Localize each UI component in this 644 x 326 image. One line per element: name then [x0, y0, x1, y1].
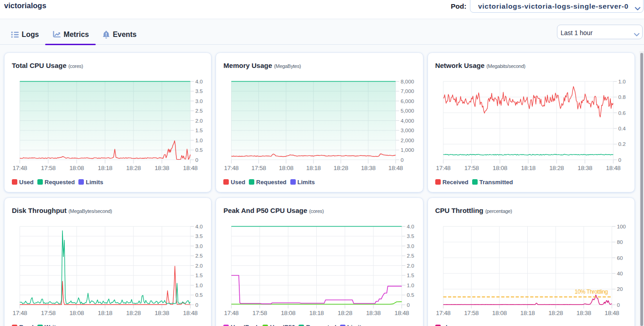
svg-text:17:58: 17:58 [464, 310, 479, 316]
svg-text:18:38: 18:38 [155, 164, 169, 171]
svg-text:18:28: 18:28 [549, 164, 564, 171]
svg-text:20: 20 [617, 286, 623, 292]
svg-text:0.6: 0.6 [618, 109, 626, 116]
svg-text:2.0: 2.0 [407, 263, 415, 269]
svg-text:1.0: 1.0 [407, 282, 415, 289]
svg-text:18:28: 18:28 [126, 310, 141, 316]
svg-text:0: 0 [196, 156, 199, 163]
svg-text:18:38: 18:38 [576, 310, 591, 316]
svg-text:18:18: 18:18 [520, 310, 535, 316]
svg-text:1.0: 1.0 [196, 137, 203, 143]
svg-text:17:48: 17:48 [224, 310, 239, 316]
svg-text:17:48: 17:48 [436, 164, 450, 171]
svg-text:18:08: 18:08 [69, 164, 84, 171]
svg-text:18:08: 18:08 [492, 164, 507, 171]
svg-text:18:28: 18:28 [548, 310, 563, 316]
svg-text:17:58: 17:58 [41, 164, 56, 171]
svg-text:0.4: 0.4 [618, 125, 626, 131]
svg-text:18:08: 18:08 [281, 310, 295, 316]
svg-text:17:58: 17:58 [252, 164, 266, 171]
svg-text:1.5: 1.5 [407, 272, 415, 279]
svg-text:1.5: 1.5 [196, 272, 203, 279]
svg-text:18:28: 18:28 [334, 164, 348, 171]
svg-text:0.5: 0.5 [196, 292, 203, 298]
svg-text:0: 0 [617, 302, 620, 308]
svg-text:18:28: 18:28 [338, 310, 352, 316]
svg-text:18:38: 18:38 [366, 310, 381, 316]
svg-text:18:08: 18:08 [492, 310, 506, 316]
svg-text:80: 80 [617, 239, 623, 245]
svg-text:17:58: 17:58 [464, 164, 479, 171]
svg-text:4.0: 4.0 [196, 223, 203, 230]
svg-text:18:48: 18:48 [395, 310, 409, 316]
svg-text:3.0: 3.0 [196, 243, 203, 249]
svg-text:18:48: 18:48 [183, 164, 197, 171]
svg-text:17:58: 17:58 [252, 310, 267, 316]
svg-text:18:18: 18:18 [98, 164, 112, 171]
svg-text:6,000: 6,000 [401, 98, 414, 104]
svg-text:17:48: 17:48 [436, 310, 450, 316]
svg-text:18:18: 18:18 [98, 310, 112, 316]
svg-text:3.5: 3.5 [196, 233, 203, 239]
svg-text:2,000: 2,000 [401, 137, 414, 143]
svg-text:18:28: 18:28 [126, 164, 141, 171]
svg-text:17:48: 17:48 [224, 164, 239, 171]
svg-text:3.5: 3.5 [196, 88, 203, 94]
svg-text:2.0: 2.0 [196, 263, 203, 269]
svg-text:0: 0 [618, 156, 621, 163]
svg-text:18:18: 18:18 [309, 310, 324, 316]
svg-text:3.0: 3.0 [407, 243, 415, 249]
svg-text:40: 40 [617, 270, 623, 277]
svg-text:18:48: 18:48 [606, 164, 620, 171]
svg-text:0: 0 [401, 156, 404, 163]
svg-text:1.5: 1.5 [196, 127, 203, 134]
svg-text:0.5: 0.5 [196, 147, 203, 153]
svg-text:18:48: 18:48 [604, 310, 619, 316]
svg-text:60: 60 [617, 255, 623, 261]
svg-text:18:38: 18:38 [155, 310, 169, 316]
svg-text:18:08: 18:08 [279, 164, 294, 171]
svg-text:0.5: 0.5 [407, 292, 415, 298]
svg-text:17:58: 17:58 [41, 310, 56, 316]
svg-text:7,000: 7,000 [401, 88, 414, 94]
svg-text:2.0: 2.0 [196, 117, 203, 124]
svg-text:18:08: 18:08 [69, 310, 84, 316]
svg-text:0: 0 [407, 302, 410, 308]
svg-text:18:48: 18:48 [183, 310, 197, 316]
svg-text:17:48: 17:48 [12, 164, 27, 171]
svg-text:2.5: 2.5 [407, 253, 415, 259]
svg-text:18:38: 18:38 [361, 164, 376, 171]
svg-text:3.0: 3.0 [196, 98, 203, 104]
svg-text:2.5: 2.5 [196, 253, 203, 259]
svg-text:0.2: 0.2 [618, 141, 625, 147]
svg-text:1,000: 1,000 [401, 147, 414, 153]
svg-text:100: 100 [617, 223, 626, 230]
svg-text:8,000: 8,000 [401, 78, 414, 84]
svg-text:4.0: 4.0 [196, 78, 203, 84]
svg-text:18:18: 18:18 [306, 164, 321, 171]
svg-text:2.5: 2.5 [196, 108, 203, 114]
svg-text:18:38: 18:38 [577, 164, 592, 171]
svg-text:5,000: 5,000 [401, 108, 414, 114]
svg-text:0: 0 [196, 302, 199, 308]
svg-text:3,000: 3,000 [401, 127, 414, 134]
svg-text:3.5: 3.5 [407, 233, 415, 239]
svg-text:0.8: 0.8 [618, 94, 626, 100]
svg-text:18:48: 18:48 [388, 164, 403, 171]
svg-text:1.0: 1.0 [618, 78, 626, 84]
svg-text:4.0: 4.0 [407, 223, 415, 230]
svg-text:18:18: 18:18 [521, 164, 536, 171]
svg-text:17:48: 17:48 [12, 310, 27, 316]
svg-text:1.0: 1.0 [196, 282, 203, 289]
svg-text:10% Throttling: 10% Throttling [575, 289, 608, 295]
svg-text:4,000: 4,000 [401, 117, 414, 124]
